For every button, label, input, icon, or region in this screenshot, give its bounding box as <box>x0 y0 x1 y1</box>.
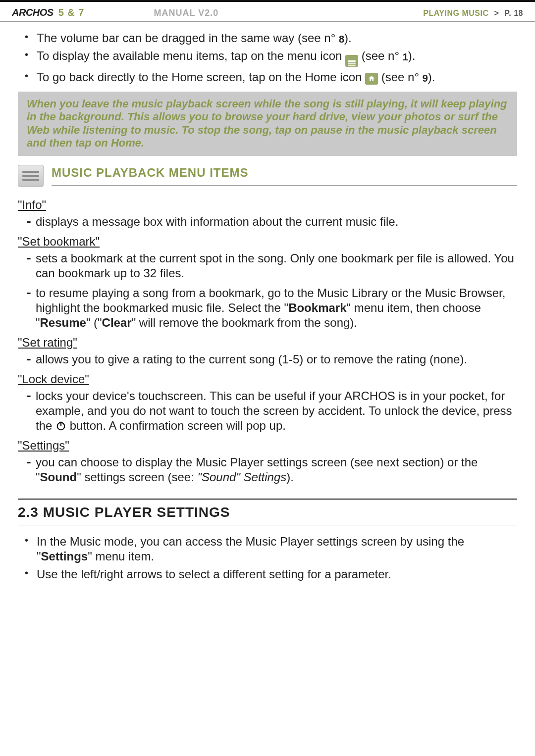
list-item: allows you to give a rating to the curre… <box>27 352 517 367</box>
list-item: locks your device's touchscreen. This ca… <box>27 389 517 433</box>
section-header: MUSIC PLAYBACK MENU ITEMS <box>18 165 517 187</box>
menu-set-rating-list: allows you to give a rating to the curre… <box>18 352 517 367</box>
ref-digit: 1 <box>403 51 408 63</box>
ref-digit: 9 <box>423 72 428 85</box>
section-title: MUSIC PLAYBACK MENU ITEMS <box>52 165 517 180</box>
italic-text: "Sound" Settings <box>197 470 286 484</box>
menu-icon <box>345 55 358 67</box>
chevron-right-icon: > <box>494 9 499 17</box>
model-text: 5 & 7 <box>58 7 85 18</box>
heading-2-3: 2.3 MUSIC PLAYER SETTINGS <box>18 500 517 525</box>
header-section: PLAYING MUSIC <box>423 9 488 17</box>
text: ). <box>286 470 294 484</box>
bold-text: Settings <box>41 550 88 563</box>
note-box: When you leave the music playback screen… <box>18 92 517 156</box>
menu-term-settings: "Settings" <box>18 438 517 453</box>
bold-text: Bookmark <box>288 301 346 314</box>
intro-bullet-1: The volume bar can be dragged in the sam… <box>25 31 517 46</box>
ref-digit: 8 <box>339 33 344 46</box>
intro-bullet-list: The volume bar can be dragged in the sam… <box>18 31 517 85</box>
text: To display the available menu items, tap… <box>37 49 345 62</box>
text: " menu item. <box>88 550 154 563</box>
text: allows you to give a rating to the curre… <box>36 353 467 366</box>
brand-logo: ARCHOS <box>12 7 54 18</box>
bold-text: Resume <box>40 316 86 329</box>
text: (see n° <box>362 49 403 62</box>
text: " will remove the bookmark from the song… <box>132 316 357 329</box>
text: ). <box>428 70 435 84</box>
settings-bullet-list: In the Music mode, you can access the Mu… <box>18 534 517 582</box>
text: displays a message box with information … <box>36 215 398 228</box>
list-item: displays a message box with information … <box>27 214 517 229</box>
text: button. A confirmation screen will pop u… <box>70 419 286 432</box>
menu-term-set-bookmark: "Set bookmark" <box>18 234 517 249</box>
intro-bullet-2: To display the available menu items, tap… <box>25 49 517 67</box>
menu-term-set-rating: "Set rating" <box>18 335 517 350</box>
text: Use the left/right arrows to select a di… <box>37 567 391 581</box>
menu-term-lock-device: "Lock device" <box>18 372 517 387</box>
bold-text: Sound <box>40 470 77 484</box>
text: (see n° <box>381 70 423 84</box>
rule <box>18 525 517 525</box>
menu-lock-device-list: locks your device's touchscreen. This ca… <box>18 389 517 433</box>
menu-set-bookmark-list: sets a bookmark at the current spot in t… <box>18 251 517 330</box>
section-title-wrap: MUSIC PLAYBACK MENU ITEMS <box>52 165 517 186</box>
text: ). <box>344 31 352 45</box>
text: The volume bar can be dragged in the sam… <box>37 31 339 45</box>
text: ). <box>408 49 416 62</box>
text: sets a bookmark at the current spot in t… <box>36 252 514 280</box>
menu-list-icon <box>18 165 44 187</box>
intro-bullet-3: To go back directly to the Home screen, … <box>25 70 517 85</box>
header-right: PLAYING MUSIC > P. 18 <box>423 9 523 18</box>
text: " settings screen (see: <box>77 470 197 484</box>
list-item: you can choose to display the Music Play… <box>27 455 517 485</box>
list-item: In the Music mode, you can access the Mu… <box>25 534 517 564</box>
list-item: Use the left/right arrows to select a di… <box>25 567 517 582</box>
list-item: sets a bookmark at the current spot in t… <box>27 251 517 281</box>
menu-settings-list: you can choose to display the Music Play… <box>18 455 517 485</box>
bold-text: Clear <box>102 316 132 329</box>
menu-term-info: "Info" <box>18 198 517 212</box>
list-item: to resume playing a song from a bookmark… <box>27 286 517 330</box>
manual-version: MANUAL V2.0 <box>154 8 218 18</box>
page-header: ARCHOS 5 & 7 MANUAL V2.0 PLAYING MUSIC >… <box>0 0 535 22</box>
page-number: P. 18 <box>504 9 523 17</box>
power-icon <box>55 420 66 431</box>
text: " (" <box>86 316 102 329</box>
menu-info-list: displays a message box with information … <box>18 214 517 229</box>
text: To go back directly to the Home screen, … <box>37 70 365 84</box>
home-icon <box>365 73 378 85</box>
